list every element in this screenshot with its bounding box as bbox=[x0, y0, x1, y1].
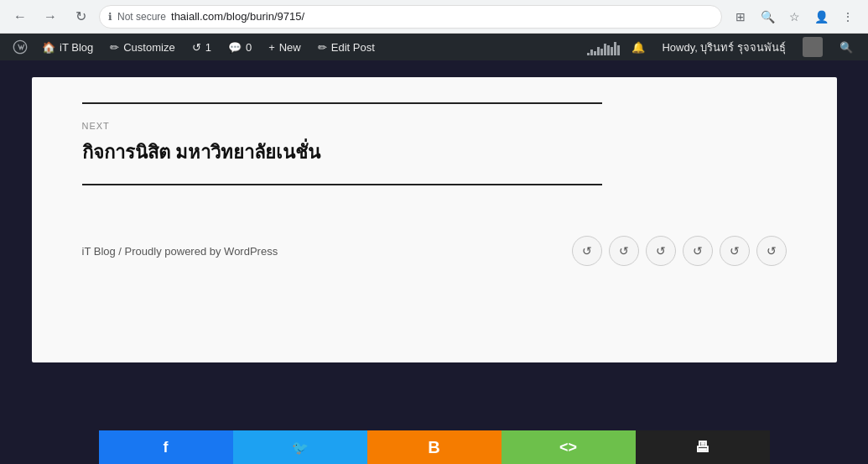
footer-site-name[interactable]: iT Blog bbox=[82, 245, 116, 258]
customize-icon: ✏ bbox=[110, 41, 119, 54]
next-post-title[interactable]: กิจการนิสิต มหาวิทยาลัยเนชั่น bbox=[82, 138, 787, 167]
blogger-share-button[interactable]: B bbox=[367, 430, 502, 464]
edit-icon: ✏ bbox=[318, 41, 327, 54]
security-icon: ℹ bbox=[108, 11, 112, 23]
plus-icon: + bbox=[268, 41, 275, 54]
next-label: NEXT bbox=[82, 121, 787, 131]
wp-item-counter[interactable]: ↺ 1 bbox=[184, 34, 220, 60]
stats-bar-column bbox=[594, 51, 596, 55]
stats-bar-column bbox=[604, 44, 606, 55]
wp-logo[interactable] bbox=[7, 34, 34, 60]
edit-post-label: Edit Post bbox=[331, 41, 375, 54]
footer-powered-by: Proudly powered by WordPress bbox=[125, 245, 278, 258]
menu-button[interactable]: ⋮ bbox=[836, 5, 860, 29]
twitter-share-button[interactable]: 🐦 bbox=[233, 430, 367, 464]
search-icon: 🔍 bbox=[839, 41, 853, 54]
footer-separator: / bbox=[118, 245, 124, 258]
footer-icon-6[interactable]: ↺ bbox=[756, 236, 787, 266]
zoom-button[interactable]: 🔍 bbox=[756, 5, 779, 29]
share-bar: f 🐦 B <> 🖶 bbox=[0, 430, 868, 464]
notification-button[interactable]: 🔔 bbox=[623, 34, 653, 60]
comments-label: 0 bbox=[246, 41, 252, 54]
address-bar[interactable]: ℹ Not secure thaiall.com/blog/burin/9715… bbox=[99, 5, 722, 29]
search-button[interactable]: 🔍 bbox=[831, 34, 861, 60]
refresh-icon: ↺ bbox=[192, 41, 201, 54]
avatar-image bbox=[803, 37, 823, 57]
sharethis-share-button[interactable]: <> bbox=[502, 430, 636, 464]
footer-icons: ↺↺↺↺↺↺ bbox=[572, 236, 787, 266]
footer-icon-3[interactable]: ↺ bbox=[646, 236, 676, 266]
stats-bar-column bbox=[614, 42, 616, 55]
avatar[interactable] bbox=[794, 34, 831, 60]
back-button[interactable]: ← bbox=[8, 5, 32, 29]
stats-bar-column bbox=[600, 49, 603, 55]
blogger-icon: B bbox=[428, 438, 439, 457]
customize-label: Customize bbox=[123, 41, 174, 54]
footer-icon-5[interactable]: ↺ bbox=[720, 236, 750, 266]
facebook-share-button[interactable]: f bbox=[99, 430, 233, 464]
wp-right-items: 🔔 Howdy, บุรินทร์ รุจจนพันธุ์ 🔍 bbox=[623, 34, 861, 60]
content-card: NEXT กิจการนิสิต มหาวิทยาลัยเนชั่น iT Bl… bbox=[32, 77, 837, 362]
not-secure-label: Not secure bbox=[117, 11, 166, 23]
it-blog-label: iT Blog bbox=[60, 41, 93, 54]
stats-chart[interactable] bbox=[584, 39, 623, 55]
wp-item-edit-post[interactable]: ✏ Edit Post bbox=[309, 34, 383, 60]
home-icon: 🏠 bbox=[42, 41, 55, 54]
howdy-label: Howdy, บุรินทร์ รุจจนพันธุ์ bbox=[662, 39, 786, 56]
new-label: New bbox=[279, 41, 301, 54]
site-footer: iT Blog / Proudly powered by WordPress ↺… bbox=[82, 219, 787, 266]
facebook-icon: f bbox=[164, 439, 169, 456]
stats-bar-column bbox=[597, 47, 600, 55]
twitter-icon: 🐦 bbox=[292, 440, 309, 456]
browser-chrome: ← → ↻ ℹ Not secure thaiall.com/blog/buri… bbox=[0, 0, 868, 34]
bell-icon: 🔔 bbox=[632, 41, 645, 54]
forward-button[interactable]: → bbox=[39, 5, 62, 29]
profile-button[interactable]: 👤 bbox=[809, 5, 833, 29]
browser-actions: ⊞ 🔍 ☆ 👤 ⋮ bbox=[729, 5, 860, 29]
print-button[interactable]: 🖶 bbox=[636, 430, 770, 464]
sharethis-icon: <> bbox=[559, 439, 577, 456]
counter-label: 1 bbox=[205, 41, 211, 54]
url-text: thaiall.com/blog/burin/9715/ bbox=[171, 10, 304, 23]
stats-bar-column bbox=[617, 45, 620, 55]
wp-admin-bar: 🏠 iT Blog ✏ Customize ↺ 1 💬 0 + New ✏ Ed… bbox=[0, 34, 868, 60]
stats-bar-column bbox=[611, 47, 613, 55]
wp-item-it-blog[interactable]: 🏠 iT Blog bbox=[34, 34, 101, 60]
wp-item-comments[interactable]: 💬 0 bbox=[220, 34, 260, 60]
translate-button[interactable]: ⊞ bbox=[729, 5, 752, 29]
stats-bar-column bbox=[590, 50, 593, 55]
howdy-item[interactable]: Howdy, บุรินทร์ รุจจนพันธุ์ bbox=[653, 34, 794, 60]
page-wrapper: NEXT กิจการนิสิต มหาวิทยาลัยเนชั่น iT Bl… bbox=[0, 60, 868, 430]
divider-bottom bbox=[82, 184, 602, 185]
stats-bar-column bbox=[587, 53, 590, 55]
comment-icon: 💬 bbox=[228, 41, 242, 54]
divider-top bbox=[82, 102, 602, 104]
wp-item-new[interactable]: + New bbox=[260, 34, 309, 60]
print-icon: 🖶 bbox=[695, 439, 710, 456]
wp-item-customize[interactable]: ✏ Customize bbox=[101, 34, 183, 60]
reload-button[interactable]: ↻ bbox=[69, 5, 92, 29]
bookmark-button[interactable]: ☆ bbox=[782, 5, 806, 29]
footer-icon-4[interactable]: ↺ bbox=[683, 236, 713, 266]
stats-bar-column bbox=[607, 45, 610, 55]
footer-left: iT Blog / Proudly powered by WordPress bbox=[82, 245, 278, 258]
footer-icon-1[interactable]: ↺ bbox=[572, 236, 602, 266]
footer-icon-2[interactable]: ↺ bbox=[609, 236, 639, 266]
